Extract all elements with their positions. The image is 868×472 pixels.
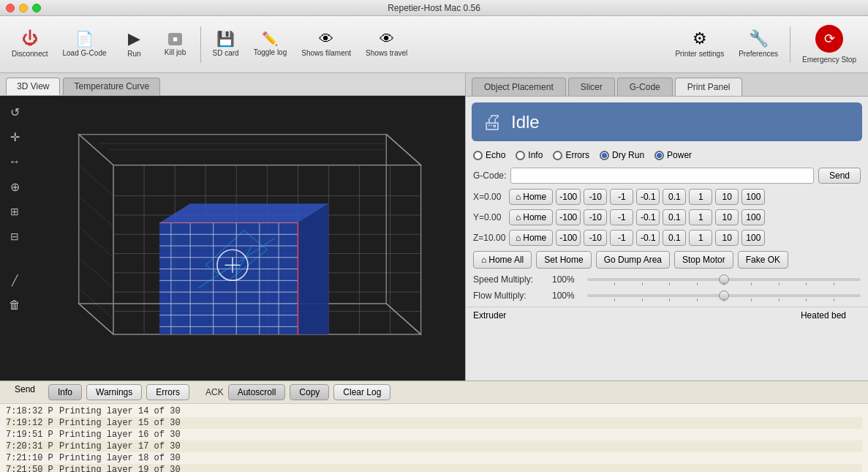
separator-1 [200, 26, 201, 63]
rotate-icon[interactable]: ↺ [4, 102, 25, 122]
log-line: 7:20:31 PPrinting layer 17 of 30 [6, 441, 862, 452]
x-home-button[interactable]: ⌂Home [509, 189, 553, 205]
x-jog-n10[interactable]: -10 [584, 189, 607, 205]
errors-radio[interactable]: Errors [553, 150, 589, 160]
home-all-button[interactable]: ⌂Home All [473, 251, 532, 269]
info-radio[interactable]: Info [516, 150, 543, 160]
z-jog-p100[interactable]: 100 [741, 230, 765, 246]
x-axis-row: X=0.00 ⌂Home -100 -10 -1 -0.1 0.1 1 10 1… [466, 187, 868, 207]
y-jog-n01[interactable]: -0.1 [636, 209, 660, 225]
fit-icon[interactable]: ⊞ [4, 201, 25, 222]
speed-slider[interactable] [587, 278, 861, 281]
move-3d-icon[interactable]: ✛ [4, 127, 25, 147]
pan-icon[interactable]: ↔ [4, 151, 25, 172]
home-all-icon: ⌂ [481, 255, 486, 265]
y-jog-n10[interactable]: -10 [584, 209, 607, 225]
kill-job-button[interactable]: ■ Kill job [156, 30, 195, 59]
z-jog-p1[interactable]: 1 [689, 230, 712, 246]
log-copy-button[interactable]: Copy [290, 384, 329, 400]
y-home-button[interactable]: ⌂Home [509, 209, 553, 225]
x-jog-n01[interactable]: -0.1 [636, 189, 660, 205]
tab-print-panel[interactable]: Print Panel [675, 78, 743, 96]
z-jog-p01[interactable]: 0.1 [663, 230, 686, 246]
z-jog-n100[interactable]: -100 [556, 230, 581, 246]
y-jog-n100[interactable]: -100 [556, 209, 581, 225]
printer-settings-icon: ⚙ [692, 31, 707, 47]
info-radio-circle [516, 151, 525, 160]
emergency-stop-button[interactable]: ⟳ Emergency Stop [796, 22, 862, 67]
left-panel: 3D View Temperature Curve ↺ ✛ ↔ ⊕ ⊞ ⊟ ╱ … [0, 73, 466, 381]
log-autoscroll-button[interactable]: Autoscroll [228, 384, 286, 400]
shows-travel-icon: 👁 [380, 31, 394, 46]
power-radio[interactable]: Power [654, 150, 692, 160]
close-button[interactable] [6, 4, 15, 12]
tab-slicer[interactable]: Slicer [568, 78, 615, 96]
y-jog-p1[interactable]: 1 [689, 209, 712, 225]
gcode-input[interactable] [510, 168, 814, 184]
log-errors-button[interactable]: Errors [146, 384, 189, 400]
zoom-icon[interactable]: ⊕ [4, 176, 25, 197]
app-title: Repetier-Host Mac 0.56 [388, 3, 480, 13]
shows-filament-button[interactable]: 👁 Shows filament [295, 29, 357, 60]
y-jog-p10[interactable]: 10 [715, 209, 739, 225]
log-line: 7:18:32 PPrinting layer 14 of 30 [6, 405, 862, 417]
flow-pct: 100% [552, 291, 581, 301]
disconnect-button[interactable]: ⏻ Disconnect [6, 28, 53, 61]
shows-travel-button[interactable]: 👁 Shows travel [360, 29, 413, 60]
set-home-button[interactable]: Set Home [536, 251, 591, 269]
stop-motor-button[interactable]: Stop Motor [674, 251, 733, 269]
log-clear-button[interactable]: Clear Log [333, 384, 390, 400]
z-jog-n10[interactable]: -10 [584, 230, 607, 246]
tab-3d-view[interactable]: 3D View [6, 78, 60, 95]
maximize-button[interactable] [32, 4, 41, 12]
x-jog-p100[interactable]: 100 [741, 189, 765, 205]
load-gcode-button[interactable]: 📄 Load G-Code [56, 29, 112, 60]
printer-status-icon: 🖨 [482, 110, 502, 134]
echo-radio[interactable]: Echo [473, 150, 505, 160]
x-jog-n1[interactable]: -1 [610, 189, 633, 205]
log-warnings-button[interactable]: Warnings [86, 384, 142, 400]
measure-icon[interactable]: ╱ [4, 270, 25, 291]
gcode-row: G-Code: Send [466, 165, 868, 187]
delete-icon[interactable]: 🗑 [4, 295, 25, 315]
dry-run-radio[interactable]: Dry Run [600, 150, 644, 160]
printer-settings-button[interactable]: ⚙ Printer settings [669, 28, 730, 61]
z-home-button[interactable]: ⌂Home [509, 230, 553, 246]
log-info-button[interactable]: Info [48, 384, 82, 400]
sd-card-button[interactable]: 💾 SD card [207, 29, 245, 60]
tab-temperature-curve[interactable]: Temperature Curve [63, 78, 160, 95]
load-gcode-icon: 📄 [75, 31, 94, 46]
speed-pct: 100% [552, 274, 581, 285]
go-dump-button[interactable]: Go Dump Area [596, 251, 670, 269]
preferences-button[interactable]: 🔧 Preferences [733, 28, 784, 61]
fake-ok-button[interactable]: Fake OK [738, 251, 788, 269]
y-jog-p01[interactable]: 0.1 [663, 209, 686, 225]
toggle-log-button[interactable]: ✏️ Toggle log [248, 29, 293, 59]
home-icon-z: ⌂ [516, 233, 521, 243]
flow-slider[interactable] [587, 294, 861, 297]
x-jog-n100[interactable]: -100 [556, 189, 581, 205]
y-jog-n1[interactable]: -1 [610, 209, 633, 225]
traffic-lights [6, 4, 41, 12]
z-jog-n1[interactable]: -1 [610, 230, 633, 246]
z-jog-n01[interactable]: -0.1 [636, 230, 660, 246]
x-jog-p01[interactable]: 0.1 [663, 189, 686, 205]
run-button[interactable]: ▶ Run [116, 28, 154, 61]
grid-icon[interactable]: ⊟ [4, 226, 25, 247]
minimize-button[interactable] [19, 4, 28, 12]
tab-gcode[interactable]: G-Code [617, 78, 673, 96]
speed-multiply-row: Speed Multiply: 100% [466, 271, 868, 288]
extruder-label: Extruder [473, 310, 660, 321]
y-axis-row: Y=0.00 ⌂Home -100 -10 -1 -0.1 0.1 1 10 1… [466, 207, 868, 228]
right-panel: Object Placement Slicer G-Code Print Pan… [466, 73, 868, 381]
x-axis-label: X=0.00 [473, 192, 506, 202]
tab-object-placement[interactable]: Object Placement [472, 78, 566, 96]
gcode-send-button[interactable]: Send [818, 168, 861, 184]
run-icon: ▶ [128, 31, 140, 47]
x-jog-p10[interactable]: 10 [715, 189, 739, 205]
viewport[interactable]: ↺ ✛ ↔ ⊕ ⊞ ⊟ ╱ 🗑 [0, 96, 465, 381]
heated-bed-label: Heated bed [660, 310, 861, 321]
y-jog-p100[interactable]: 100 [741, 209, 765, 225]
z-jog-p10[interactable]: 10 [715, 230, 739, 246]
x-jog-p1[interactable]: 1 [689, 189, 712, 205]
